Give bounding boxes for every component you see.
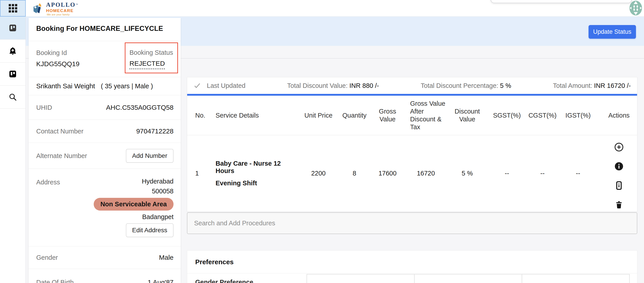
total-discount-percentage: Total Discount Percentage:5 %	[421, 82, 512, 90]
sidebar-item-board[interactable]	[0, 62, 26, 86]
update-status-button[interactable]: Update Status	[588, 25, 636, 39]
contact-row: Contact Number 9704712228	[28, 120, 181, 143]
booking-status-label: Booking Status	[130, 48, 177, 56]
add-circle-icon	[614, 142, 624, 152]
total-discount-value: Total Discount Value:INR 880 /-	[287, 82, 379, 90]
col-gross-value: Gross Value	[373, 96, 402, 135]
search-procedures-input[interactable]	[187, 212, 637, 234]
ornament-badge-icon[interactable]	[629, 0, 642, 16]
apollo-homecare-logo: APOLLO™ HOMECARE -We are your family-	[32, 2, 78, 16]
uhid-row: UHID AHC.C535A0GGTQ58	[28, 95, 181, 120]
row-cgst: --	[529, 135, 556, 212]
dob-row: Date Of Birth 1 Aug'87	[28, 269, 181, 283]
booking-id-status-row: Booking Id KJDG55QQ19 Booking Status REJ…	[28, 41, 181, 77]
booking-status-value[interactable]: REJECTED	[130, 60, 165, 69]
dob-label: Date Of Birth	[36, 278, 74, 283]
logo-homecare-text: HOMECARE	[46, 8, 78, 13]
add-service-button[interactable]	[614, 142, 624, 152]
col-discount-value: Discount Value	[450, 96, 484, 135]
bell-plus-icon	[8, 47, 17, 55]
table-accent-bar	[187, 94, 637, 96]
patient-age-gender: ( 35 years | Male )	[101, 82, 153, 90]
sidebar-item-board-active[interactable]	[0, 16, 26, 40]
kanban-icon	[9, 24, 17, 32]
row-igst: --	[556, 135, 600, 212]
table-summary-bar: Last Updated Total Discount Value:INR 88…	[187, 77, 637, 94]
alternate-number-row: Alternate Number Add Number	[28, 143, 181, 169]
row-no: 1	[187, 135, 210, 212]
contact-label: Contact Number	[36, 127, 84, 135]
device-info-icon	[614, 180, 624, 190]
delete-icon	[614, 200, 624, 209]
row-quantity: 8	[336, 135, 373, 212]
service-info-button[interactable]	[614, 162, 624, 171]
preferences-title: Preferences	[195, 258, 234, 266]
logo-apollo-text: APOLLO	[46, 1, 76, 8]
row-unit-price: 2200	[301, 135, 336, 212]
search-icon	[8, 93, 17, 101]
kanban-icon	[9, 70, 17, 78]
booking-id-value: KJDG55QQ19	[36, 60, 80, 68]
address-row: Address Hyderabad 500058 Non Serviceable…	[28, 169, 181, 246]
address-pincode: 500058	[152, 187, 174, 195]
service-name: Baby Care - Nurse 12 Hours	[216, 160, 301, 174]
address-city: Hyderabad	[142, 177, 174, 185]
row-service-details: Baby Care - Nurse 12 Hours Evening Shift	[210, 135, 301, 212]
col-igst: IGST(%)	[556, 96, 600, 135]
page-title: Booking For HOMECARE_LIFECYCLE	[36, 24, 173, 33]
row-gross-value: 17600	[373, 135, 402, 212]
sidebar-item-search[interactable]	[0, 86, 26, 109]
gender-label: Gender	[36, 254, 58, 262]
device-info-button[interactable]	[614, 180, 624, 190]
booking-id-label: Booking Id	[36, 49, 80, 57]
app-grid-button[interactable]	[0, 0, 26, 16]
dob-value: 1 Aug'87	[148, 278, 174, 283]
check-icon	[194, 82, 201, 90]
booking-status-box: Booking Status REJECTED	[125, 42, 178, 73]
info-icon	[614, 162, 624, 171]
col-quantity: Quantity	[336, 96, 373, 135]
col-no: No.	[187, 96, 210, 135]
gender-row: Gender Male	[28, 246, 181, 269]
row-actions	[600, 135, 638, 212]
gender-value: Male	[159, 254, 174, 262]
gender-preference-option[interactable]	[306, 274, 414, 283]
booking-header: Booking For HOMECARE_LIFECYCLE	[28, 18, 181, 41]
apollo-logo-icon	[32, 3, 44, 15]
service-table-card: Last Updated Total Discount Value:INR 88…	[187, 77, 637, 212]
address-label: Address	[36, 169, 60, 246]
row-gross-after-discount: 16720	[402, 135, 450, 212]
add-number-button[interactable]: Add Number	[126, 149, 174, 163]
col-unit-price: Unit Price	[301, 96, 336, 135]
total-amount: Total Amount:INR 16720 /-	[553, 82, 631, 90]
logo-tagline: -We are your family-	[46, 14, 78, 16]
sidebar-item-notifications[interactable]	[0, 40, 26, 62]
gender-preference-option[interactable]	[414, 274, 522, 283]
popup-remnant	[490, 0, 632, 3]
edit-address-button[interactable]: Edit Address	[126, 223, 174, 237]
gender-preference-option[interactable]	[522, 274, 630, 283]
col-service-details: Service Details	[210, 96, 301, 135]
gender-preference-options	[306, 274, 630, 283]
grid-menu-icon	[9, 4, 17, 12]
row-sgst: --	[484, 135, 529, 212]
alternate-number-label: Alternate Number	[36, 152, 87, 160]
non-serviceable-badge: Non Serviceable Area	[94, 198, 174, 210]
col-actions: Actions	[600, 96, 638, 135]
gender-preference-label: Gender Preference	[195, 278, 253, 283]
uhid-label: UHID	[36, 104, 52, 112]
contact-value: 9704712228	[136, 127, 174, 135]
patient-name: Srikanth Sai Weight	[36, 82, 95, 90]
col-sgst: SGST(%)	[484, 96, 529, 135]
col-gross-after-discount: Gross Value After Discount & Tax	[402, 96, 450, 135]
patient-panel: Booking For HOMECARE_LIFECYCLE Booking I…	[28, 18, 181, 283]
row-discount-value: 5 %	[450, 135, 484, 212]
sidebar	[0, 16, 26, 283]
patient-name-row: Srikanth Sai Weight ( 35 years | Male )	[28, 77, 181, 95]
table-header: No. Service Details Unit Price Quantity …	[187, 96, 637, 135]
uhid-value: AHC.C535A0GGTQ58	[106, 104, 174, 112]
service-shift: Evening Shift	[216, 180, 301, 187]
last-updated-text: Last Updated	[207, 82, 246, 90]
delete-service-button[interactable]	[614, 200, 624, 210]
address-area: Badangpet	[142, 213, 174, 221]
